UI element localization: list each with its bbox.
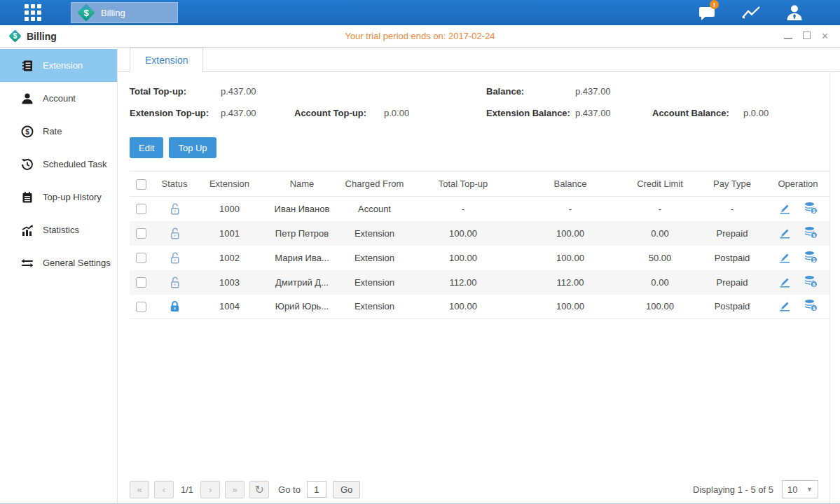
row-edit-icon[interactable] [778, 274, 792, 290]
sidebar-item-extension[interactable]: Extension [0, 49, 117, 82]
row-edit-icon[interactable] [778, 225, 792, 241]
displaying-range: Displaying 1 - 5 of 5 [693, 484, 773, 495]
account-topup-value: p.0.00 [384, 108, 486, 118]
table-row: 1004 Юрий Юрь... Extension 100.00 100.00… [130, 295, 829, 319]
extension-status-lock-icon [168, 227, 181, 237]
notifications-icon[interactable]: ! [696, 4, 719, 22]
total-topup-value: p.437.00 [221, 86, 294, 97]
row-edit-icon[interactable] [778, 250, 792, 266]
user-account-icon[interactable] [783, 4, 806, 22]
row-topup-icon[interactable]: $ [804, 225, 818, 241]
rate-icon: $ [21, 125, 34, 138]
refresh-icon[interactable]: ↻ [249, 481, 269, 498]
notification-badge: ! [710, 0, 719, 9]
extension-table: Status Extension Name Charged From Total… [130, 171, 829, 319]
trial-notice: Your trial period ends on: 2017-02-24 [0, 31, 840, 41]
sidebar: Extension Account $ Rate [0, 48, 118, 503]
prev-page-button[interactable]: ‹ [154, 481, 174, 498]
sidebar-item-rate[interactable]: $ Rate [0, 115, 117, 148]
desktop-topbar: $ Billing ! [0, 0, 840, 25]
extension-balance-label: Extension Balance: [486, 108, 575, 118]
sidebar-item-account[interactable]: Account [0, 82, 117, 115]
billing-summary: Total Top-up: p.437.00 Balance: p.437.00… [130, 80, 829, 124]
billing-window: $ Billing ! [0, 0, 840, 504]
account-balance-label: Account Balance: [652, 108, 743, 118]
topup-history-icon [21, 191, 34, 204]
extension-topup-value: p.437.00 [221, 108, 294, 118]
app-launcher-icon[interactable] [25, 4, 41, 21]
account-icon [21, 92, 34, 105]
edit-button[interactable]: Edit [130, 137, 163, 158]
sidebar-item-statistics[interactable]: Statistics [0, 214, 117, 246]
first-page-button[interactable]: « [130, 481, 149, 498]
extension-icon [21, 59, 34, 72]
sidebar-item-topup-history[interactable]: Top-up History [0, 181, 117, 214]
page-size-value: 10 [787, 484, 797, 495]
maximize-button[interactable] [803, 31, 811, 41]
next-page-button[interactable]: › [200, 481, 220, 498]
account-balance-value: p.0.00 [743, 108, 829, 118]
sidebar-item-general-settings[interactable]: General Settings [0, 246, 117, 279]
goto-page-input[interactable] [307, 481, 326, 498]
go-button[interactable]: Go [333, 481, 360, 498]
extension-topup-label: Extension Top-up: [130, 108, 221, 118]
row-checkbox[interactable] [136, 204, 146, 214]
statistics-monitor-icon[interactable] [739, 4, 763, 22]
table-row: 1001 Петр Петров Extension 100.00 100.00… [130, 221, 829, 246]
table-header-row: Status Extension Name Charged From Total… [130, 172, 829, 197]
row-edit-icon[interactable] [778, 298, 792, 314]
close-button[interactable]: ✕ [821, 31, 829, 41]
row-checkbox[interactable] [136, 253, 146, 263]
taskbar-tab-billing[interactable]: $ Billing [71, 2, 178, 23]
statistics-icon [21, 224, 34, 237]
sidebar-item-scheduled-task[interactable]: Scheduled Task [0, 148, 117, 181]
tab-extension[interactable]: Extension [130, 48, 203, 72]
row-topup-icon[interactable]: $ [804, 274, 818, 290]
row-topup-icon[interactable]: $ [804, 298, 818, 314]
billing-window-icon: $ [8, 29, 22, 43]
goto-label: Go to [278, 484, 301, 495]
extension-status-lock-icon [168, 251, 181, 262]
last-page-button[interactable]: » [225, 481, 245, 498]
general-settings-icon [21, 257, 34, 270]
select-all-checkbox[interactable] [136, 179, 146, 190]
extension-status-lock-icon [168, 203, 181, 214]
table-row: 1002 Мария Ива... Extension 100.00 100.0… [130, 246, 829, 270]
svg-text:$: $ [25, 127, 29, 135]
balance-label: Balance: [486, 86, 575, 97]
row-topup-icon[interactable]: $ [804, 250, 818, 266]
topup-button[interactable]: Top Up [169, 137, 216, 158]
billing-app-icon: $ [78, 4, 95, 21]
row-checkbox[interactable] [136, 302, 146, 312]
pagination-bar: « ‹ 1/1 › » ↻ Go to Go Displaying 1 - 5 … [130, 480, 829, 498]
row-topup-icon[interactable]: $ [804, 201, 818, 217]
table-row: 1000 Иван Иванов Account - - - - [130, 197, 829, 221]
account-topup-label: Account Top-up: [294, 108, 384, 118]
extension-status-lock-icon [168, 276, 181, 286]
row-checkbox[interactable] [136, 277, 146, 288]
window-titlebar: $ Billing Your trial period ends on: 201… [0, 25, 840, 48]
taskbar-tab-label: Billing [101, 8, 125, 18]
window-title: Billing [27, 31, 57, 42]
table-body: 1000 Иван Иванов Account - - - - [130, 197, 829, 319]
minimize-button[interactable] [784, 31, 792, 41]
tab-strip: Extension [118, 48, 840, 72]
extension-status-lock-icon [168, 300, 181, 311]
page-indicator: 1/1 [181, 484, 193, 495]
chevron-down-icon: ▼ [806, 486, 813, 493]
balance-value: p.437.00 [575, 86, 652, 97]
scheduled-task-icon [21, 158, 34, 171]
page-size-select[interactable]: 10 ▼ [782, 480, 818, 498]
table-row: 1003 Дмитрий Д... Extension 112.00 112.0… [130, 270, 829, 295]
row-edit-icon[interactable] [778, 201, 792, 217]
row-checkbox[interactable] [136, 228, 146, 239]
extension-balance-value: p.437.00 [575, 108, 652, 118]
total-topup-label: Total Top-up: [130, 86, 221, 97]
